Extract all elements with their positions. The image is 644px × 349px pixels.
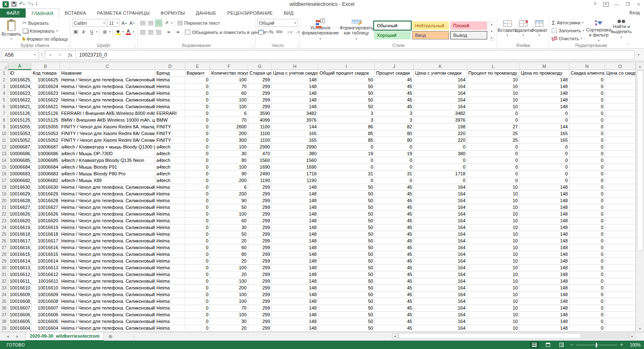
cell[interactable]: 299 [248, 211, 272, 218]
cell[interactable]: 164 [414, 278, 467, 285]
cell[interactable]: a4tech [155, 171, 185, 177]
cell[interactable]: 60 [210, 218, 248, 224]
cell[interactable]: 164 [414, 265, 467, 271]
cell[interactable]: 299 [248, 204, 272, 211]
cell[interactable]: 10016625 [31, 77, 60, 83]
cell[interactable] [605, 177, 636, 184]
cell[interactable]: 1718 [414, 171, 467, 177]
cell[interactable]: 299 [248, 265, 272, 271]
cell[interactable]: 3590 [248, 110, 272, 117]
row-number[interactable]: 14 [0, 157, 8, 164]
cell[interactable]: 10016615_ [8, 251, 31, 258]
cell[interactable]: 0 [569, 177, 605, 184]
cell[interactable]: 299 [248, 198, 272, 204]
cell[interactable]: 10 [467, 184, 519, 191]
cell[interactable]: Heima / Чехол для телефона. Силиконовый [60, 245, 155, 251]
cell[interactable]: 45 [375, 198, 414, 204]
cell[interactable]: 10016629_ [8, 191, 31, 198]
cell[interactable]: Код товара [31, 70, 60, 77]
cell[interactable]: 1690 [272, 164, 318, 171]
column-header-J[interactable]: J [375, 63, 414, 70]
cell[interactable]: 10 [467, 265, 519, 271]
column-header-A[interactable]: A [8, 63, 31, 70]
cell[interactable]: 10015055 [31, 124, 60, 130]
cell[interactable]: 0 [185, 137, 210, 144]
cell[interactable] [605, 90, 636, 97]
cell[interactable]: BMW [155, 117, 185, 124]
wrap-text-button[interactable]: Перенести текст [177, 19, 221, 27]
number-dialog-launcher-icon[interactable]: ⌟ [297, 44, 299, 47]
cell[interactable]: 0 [185, 325, 210, 332]
cell[interactable]: 148 [272, 90, 318, 97]
cell[interactable]: 164 [414, 245, 467, 251]
cell[interactable]: 45 [375, 204, 414, 211]
align-left-icon[interactable] [139, 29, 146, 36]
cell[interactable]: 3 [375, 117, 414, 124]
cell[interactable]: 100 [210, 144, 248, 151]
cell[interactable]: 299 [248, 231, 272, 238]
orientation-icon[interactable]: ⇗ [163, 19, 170, 27]
cell[interactable]: 299 [248, 184, 272, 191]
cell[interactable]: 164 [414, 231, 467, 238]
cell[interactable]: 148 [272, 97, 318, 104]
cell[interactable]: 0 [318, 144, 375, 151]
sign-in-link[interactable]: Вход [629, 10, 640, 15]
cell[interactable]: Heima [155, 83, 185, 90]
cell-style-chip[interactable]: Ввод [412, 31, 449, 39]
cell[interactable]: Название [60, 70, 155, 77]
cell[interactable] [605, 157, 636, 164]
cell[interactable]: 0 [185, 198, 210, 204]
row-number[interactable]: 21 [0, 204, 8, 211]
cell[interactable]: 10 [467, 211, 519, 218]
cell[interactable]: 25 [467, 137, 519, 144]
align-top-icon[interactable] [139, 19, 146, 27]
cell[interactable]: 0 [569, 305, 605, 312]
row-number[interactable]: 2 [0, 77, 8, 83]
cell[interactable]: 10016622_ [8, 97, 31, 104]
cell[interactable]: 148 [519, 251, 569, 258]
row-number[interactable]: 15 [0, 164, 8, 171]
cell[interactable]: Heima / Чехол для телефона. Силиконовый [60, 265, 155, 271]
cell[interactable]: Heima / Чехол для телефона. Силиконовый [60, 305, 155, 312]
cell[interactable]: 50 [318, 224, 375, 231]
cell[interactable]: 10016618_ [8, 231, 31, 238]
cell[interactable]: Heima [155, 305, 185, 312]
paste-button[interactable]: Вставить ▾ [2, 19, 21, 42]
cell[interactable]: Heima / Чехол для телефона. Силиконовый [60, 224, 155, 231]
cell[interactable]: 148 [519, 97, 569, 104]
customize-qat-icon[interactable]: ▾ [36, 2, 37, 6]
cell[interactable]: Heima [155, 271, 185, 278]
cell[interactable]: 164 [414, 104, 467, 110]
select-all-corner[interactable] [0, 63, 8, 70]
cell[interactable]: 164 [414, 218, 467, 224]
format-cells-button[interactable]: Формат▾ [531, 19, 547, 42]
cell[interactable] [605, 110, 636, 117]
cell[interactable]: 0 [569, 231, 605, 238]
cell[interactable]: 0 [519, 117, 569, 124]
cell[interactable]: 0 [185, 298, 210, 305]
row-number[interactable]: 32 [0, 278, 8, 285]
cell[interactable]: a4tech [155, 144, 185, 151]
horizontal-scroll-thumb[interactable] [399, 333, 581, 339]
cell[interactable]: 0 [569, 278, 605, 285]
cell[interactable]: 0 [414, 144, 467, 151]
cell[interactable]: 10 [467, 90, 519, 97]
cell[interactable]: 164 [414, 325, 467, 332]
cell[interactable]: 45 [375, 90, 414, 97]
cell[interactable]: 0 [185, 312, 210, 318]
cell[interactable]: 0 [569, 77, 605, 83]
cell[interactable]: Heima / Чехол для телефона. Силиконовый [60, 278, 155, 285]
cell[interactable] [605, 231, 636, 238]
cell[interactable]: 164 [414, 198, 467, 204]
cell[interactable]: FINITY / Чехол для Xiaomi Redmi 8A/ Сяом… [60, 137, 155, 144]
cell[interactable]: 0 [569, 191, 605, 198]
cell[interactable]: 0 [467, 151, 519, 157]
cell[interactable]: 0 [185, 164, 210, 171]
cell[interactable]: 148 [519, 318, 569, 325]
cell[interactable]: 0 [569, 204, 605, 211]
cell[interactable]: 0 [185, 171, 210, 177]
cell[interactable]: 0 [519, 151, 569, 157]
cell[interactable]: 0 [569, 171, 605, 177]
cell[interactable]: 299 [248, 97, 272, 104]
cell[interactable]: Heima [155, 90, 185, 97]
